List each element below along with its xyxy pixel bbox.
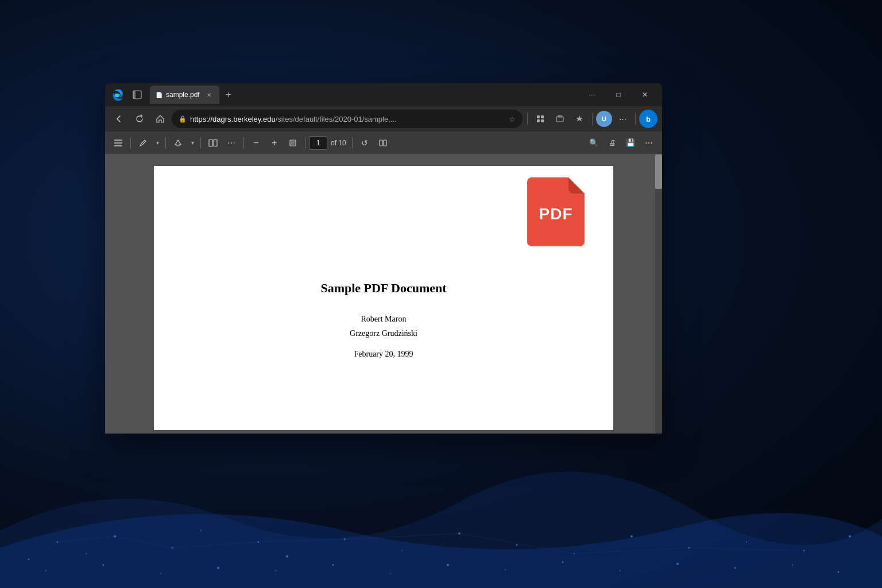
pdf-zoom-in-button[interactable]: +	[266, 135, 283, 151]
pdf-spread-button[interactable]	[374, 135, 392, 151]
pdf-fit-button[interactable]	[284, 135, 301, 151]
lock-icon: 🔒	[179, 115, 187, 123]
pdf-page-total: of 10	[331, 139, 346, 147]
pdf-highlight-dropdown[interactable]: ▾	[188, 135, 197, 151]
maximize-button[interactable]: □	[606, 86, 631, 104]
pdf-two-page-button[interactable]	[204, 135, 222, 151]
pdf-rotate-button[interactable]: ↺	[356, 135, 373, 151]
home-button[interactable]	[151, 110, 169, 128]
svg-rect-45	[537, 115, 540, 118]
title-bar: 📄 sample.pdf ✕ + — □ ✕	[105, 83, 662, 106]
pdf-save-button[interactable]: 💾	[622, 135, 639, 151]
pdf-page: PDF Sample PDF Document Robert Maron Grz…	[154, 166, 613, 430]
svg-point-11	[516, 544, 518, 546]
browser-window: 📄 sample.pdf ✕ + — □ ✕	[105, 83, 662, 434]
pdf-highlight-button[interactable]	[169, 135, 187, 151]
svg-rect-55	[214, 140, 217, 146]
nav-divider-1	[527, 113, 528, 125]
svg-point-28	[620, 570, 621, 571]
svg-point-7	[286, 555, 288, 558]
pdf-page-input[interactable]: 1	[309, 136, 327, 150]
svg-point-21	[217, 567, 219, 569]
svg-rect-57	[291, 141, 295, 145]
svg-rect-44	[133, 91, 136, 99]
svg-point-26	[505, 569, 506, 570]
svg-point-13	[630, 535, 633, 537]
close-button[interactable]: ✕	[632, 86, 657, 104]
back-button[interactable]	[110, 110, 128, 128]
svg-point-2	[86, 553, 87, 554]
svg-point-15	[746, 541, 747, 543]
pdf-toolbar-divider-4	[243, 137, 244, 149]
pdf-zoom-out-button[interactable]: −	[247, 135, 265, 151]
tab-bar: 📄 sample.pdf ✕ +	[150, 86, 577, 104]
sidebar-toggle-button[interactable]	[129, 87, 145, 103]
collections-button[interactable]	[570, 110, 589, 128]
minimize-button[interactable]: —	[579, 86, 605, 104]
pdf-options-button[interactable]: ⋯	[640, 135, 657, 151]
svg-point-25	[447, 564, 449, 566]
svg-rect-46	[541, 115, 544, 118]
svg-point-5	[200, 530, 202, 531]
svg-rect-54	[209, 140, 212, 146]
profile-button[interactable]: U	[596, 111, 612, 127]
pdf-icon-text: PDF	[539, 205, 573, 223]
pdf-toolbar-divider-5	[305, 137, 305, 149]
pdf-toolbar: ▾ ▾ ⋯ − + 1 of 10 ↺	[105, 131, 662, 154]
svg-point-22	[275, 570, 276, 571]
svg-point-19	[103, 564, 105, 566]
pdf-content-area: PDF Sample PDF Document Robert Maron Grz…	[105, 154, 662, 434]
pdf-print-button[interactable]: 🖨	[604, 135, 621, 151]
svg-point-20	[160, 573, 161, 574]
refresh-button[interactable]	[130, 110, 149, 128]
pdf-draw-dropdown[interactable]: ▾	[153, 135, 162, 151]
pdf-toolbar-divider-3	[200, 137, 201, 149]
pdf-more-button[interactable]: ⋯	[223, 135, 240, 151]
url-path: /sites/default/files/2020-01/sample....	[276, 115, 397, 123]
svg-point-32	[838, 571, 840, 573]
nav-right-controls: U ⋯ b	[525, 110, 657, 128]
svg-point-31	[792, 564, 793, 566]
svg-point-27	[562, 562, 564, 563]
svg-point-17	[849, 535, 851, 537]
pdf-search-button[interactable]: 🔍	[585, 135, 602, 151]
svg-rect-47	[537, 119, 540, 122]
url-base: https://dagrs.berkeley.edu	[190, 115, 276, 123]
edge-logo[interactable]	[110, 87, 126, 103]
nav-bar: 🔒 https://dagrs.berkeley.edu/sites/defau…	[105, 106, 662, 131]
tab-pdf-icon: 📄	[156, 92, 163, 98]
svg-point-18	[45, 570, 47, 571]
tab-label: sample.pdf	[166, 91, 200, 99]
svg-rect-59	[384, 140, 386, 146]
pdf-toolbar-divider-2	[165, 137, 166, 149]
address-bar[interactable]: 🔒 https://dagrs.berkeley.edu/sites/defau…	[172, 110, 523, 128]
pdf-icon-fold	[568, 177, 585, 194]
scrollbar-thumb[interactable]	[655, 154, 662, 189]
favorite-star-icon[interactable]: ☆	[509, 115, 516, 123]
tab-sample-pdf[interactable]: 📄 sample.pdf ✕	[150, 86, 219, 104]
document-authors: Robert Maron Grzegorz Grudziński	[350, 312, 417, 341]
nav-divider-2	[592, 113, 593, 125]
author-1: Robert Maron	[350, 312, 417, 326]
scrollbar[interactable]	[655, 154, 662, 434]
pdf-toolbar-divider-6	[352, 137, 353, 149]
document-date: February 20, 1999	[354, 350, 413, 359]
author-2: Grzegorz Grudziński	[350, 326, 417, 341]
tab-close-button[interactable]: ✕	[204, 90, 214, 99]
svg-point-29	[676, 563, 679, 565]
pdf-toc-button[interactable]	[110, 135, 127, 151]
document-title: Sample PDF Document	[320, 281, 446, 296]
url-display: https://dagrs.berkeley.edu/sites/default…	[190, 115, 505, 123]
bing-button[interactable]: b	[639, 110, 657, 128]
svg-point-30	[734, 567, 736, 569]
extensions-button[interactable]	[531, 110, 550, 128]
svg-rect-58	[380, 140, 382, 146]
svg-point-23	[332, 564, 334, 566]
new-tab-button[interactable]: +	[220, 87, 237, 103]
pdf-icon-container: PDF	[527, 177, 596, 264]
more-button[interactable]: ⋯	[613, 110, 632, 128]
svg-point-42	[115, 94, 120, 97]
tab-actions-button[interactable]	[551, 110, 569, 128]
window-controls: — □ ✕	[579, 86, 657, 104]
pdf-draw-button[interactable]	[134, 135, 152, 151]
